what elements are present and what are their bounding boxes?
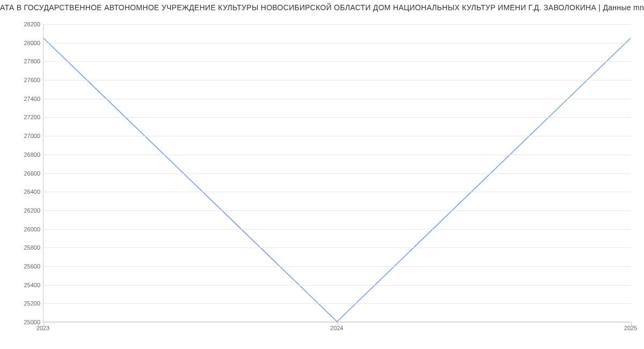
- gridline: [43, 229, 631, 230]
- x-axis-tick-label: 2024: [330, 325, 343, 331]
- y-axis-tick-label: 27400: [3, 96, 40, 102]
- y-axis-tick-label: 25000: [3, 319, 40, 325]
- y-axis-tick-label: 25200: [3, 300, 40, 307]
- y-axis-tick-label: 26000: [3, 226, 40, 232]
- y-axis-tick-label: 27200: [3, 114, 40, 120]
- y-axis-tick-label: 26400: [3, 188, 40, 195]
- y-axis-tick-label: 27000: [3, 133, 40, 139]
- x-axis-tick-label: 2023: [36, 325, 49, 331]
- gridline: [43, 43, 631, 43]
- gridline: [43, 303, 631, 304]
- chart-title: АТА В ГОСУДАРСТВЕННОЕ АВТОНОМНОЕ УЧРЕЖДЕ…: [0, 3, 644, 12]
- plot-area: [43, 24, 631, 322]
- gridline: [43, 266, 631, 267]
- x-axis-tick-label: 2025: [624, 325, 637, 331]
- gridline: [43, 285, 631, 286]
- gridline: [43, 210, 631, 211]
- y-axis-tick-label: 28200: [3, 21, 40, 27]
- gridline: [43, 173, 631, 174]
- gridline: [43, 155, 631, 155]
- y-axis-tick-label: 26800: [3, 151, 40, 158]
- gridline: [43, 117, 631, 118]
- gridline: [43, 24, 631, 25]
- y-axis-tick-label: 26200: [3, 207, 40, 214]
- y-axis-tick-label: 25400: [3, 282, 40, 288]
- y-axis-tick-label: 27800: [3, 58, 40, 64]
- gridline: [43, 61, 631, 62]
- gridline: [43, 99, 631, 99]
- y-axis-tick-label: 26600: [3, 170, 40, 177]
- gridline: [43, 80, 631, 81]
- y-axis-tick-label: 28000: [3, 40, 40, 46]
- y-axis-tick-label: 27600: [3, 77, 40, 83]
- y-axis-tick-label: 25800: [3, 244, 40, 251]
- gridline: [43, 248, 631, 248]
- data-line: [43, 38, 631, 322]
- gridline: [43, 136, 631, 136]
- y-axis-tick-label: 25600: [3, 263, 40, 270]
- gridline: [43, 192, 631, 192]
